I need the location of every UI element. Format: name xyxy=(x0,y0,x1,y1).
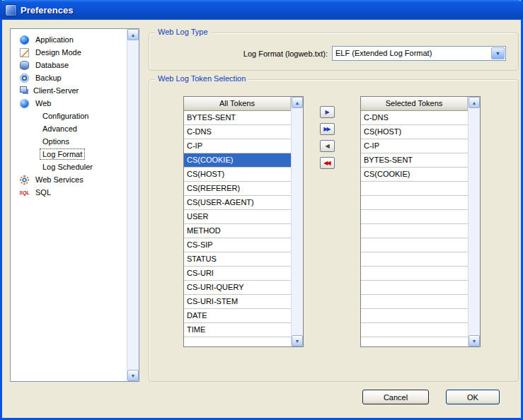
selected-tokens-scrollbar[interactable]: ▲ ▼ xyxy=(468,97,480,346)
list-item-user[interactable]: USER xyxy=(184,210,291,224)
list-item-empty[interactable] xyxy=(361,295,468,309)
tree-item-sql[interactable]: SQLSQL xyxy=(11,186,127,199)
tree-scroll-up-button[interactable]: ▲ xyxy=(127,29,139,40)
list-item-status[interactable]: STATUS xyxy=(184,252,291,267)
tree-item-label: Application xyxy=(33,35,76,45)
tree-item-label: Client-Server xyxy=(31,86,81,95)
tree-item-design-mode[interactable]: Design Mode xyxy=(11,46,127,59)
selected-tokens-rows: C-DNSCS(HOST)C-IPBYTES-SENTCS(COOKIE) xyxy=(361,111,468,346)
list-item-c-dns[interactable]: C-DNS xyxy=(184,125,291,139)
list-item-empty[interactable] xyxy=(361,267,468,281)
list-item-cs-uri-stem[interactable]: CS-URI-STEM xyxy=(184,295,291,309)
tree-item-configuration[interactable]: Configuration xyxy=(11,110,127,122)
log-format-dropdown[interactable]: ELF (Extended Log Format) ▼ xyxy=(332,46,506,61)
list-item-cs-host[interactable]: CS(HOST) xyxy=(361,125,468,139)
tree-item-options[interactable]: Options xyxy=(11,135,127,148)
all-tokens-list: All Tokens BYTES-SENTC-DNSC-IPCS(COOKIE)… xyxy=(183,96,304,347)
up-arrow-icon: ▲ xyxy=(472,100,477,105)
list-item-bytes-sent[interactable]: BYTES-SENT xyxy=(184,111,291,125)
tree-item-advanced[interactable]: Advanced xyxy=(11,122,127,135)
list-item-method[interactable]: METHOD xyxy=(184,224,291,238)
all-tokens-scroll-up-button[interactable]: ▲ xyxy=(292,97,303,108)
list-item-cs-referer[interactable]: CS(REFERER) xyxy=(184,182,291,196)
selected-tokens-scrollbar-track[interactable] xyxy=(469,108,480,335)
list-item-time[interactable]: TIME xyxy=(184,323,291,337)
tree-item-label: SQL xyxy=(33,187,53,197)
list-item-empty[interactable] xyxy=(361,309,468,323)
list-item-cs-uri[interactable]: CS-URI xyxy=(184,267,291,281)
all-tokens-scrollbar-track[interactable] xyxy=(292,108,303,335)
chevron-down-icon: ▼ xyxy=(495,51,500,56)
list-item-date[interactable]: DATE xyxy=(184,309,291,323)
list-item-cs-host[interactable]: CS(HOST) xyxy=(184,168,291,182)
tree-scrollbar-track[interactable] xyxy=(127,40,139,370)
list-item-bytes-sent[interactable]: BYTES-SENT xyxy=(361,153,468,168)
tree-item-label: Design Mode xyxy=(33,47,84,57)
list-item-empty[interactable] xyxy=(361,196,468,210)
web-services-icon xyxy=(20,175,29,185)
down-arrow-icon: ▼ xyxy=(472,339,477,344)
dialog-body: ApplicationDesign ModeDatabaseBackupClie… xyxy=(2,20,521,418)
list-item-cs-cookie[interactable]: CS(COOKIE) xyxy=(184,153,291,168)
selected-tokens-scroll-up-button[interactable]: ▲ xyxy=(469,97,480,108)
down-arrow-icon: ▼ xyxy=(295,339,300,344)
tree-item-label: Options xyxy=(40,136,71,146)
list-item-empty[interactable] xyxy=(361,224,468,238)
tree-item-label: Web Services xyxy=(33,175,86,185)
move-all-left-button[interactable]: ◀◀ xyxy=(320,157,335,169)
list-item-empty[interactable] xyxy=(361,210,468,224)
title-bar[interactable]: Preferences xyxy=(0,0,523,20)
tree-item-log-scheduler[interactable]: Log Scheduler xyxy=(11,161,127,173)
ok-button[interactable]: OK xyxy=(446,390,500,404)
tree-item-label: Database xyxy=(33,60,71,70)
list-item-empty[interactable] xyxy=(361,252,468,267)
list-item-empty[interactable] xyxy=(361,182,468,196)
down-arrow-icon: ▼ xyxy=(131,373,136,378)
tree-item-log-format[interactable]: Log Format xyxy=(11,148,127,161)
window-title: Preferences xyxy=(21,5,73,16)
cancel-button[interactable]: Cancel xyxy=(362,390,429,404)
tree-item-web[interactable]: Web xyxy=(11,97,127,110)
move-all-right-button[interactable]: ▶▶ xyxy=(320,123,335,135)
token-selection-group: Web Log Token Selection All Tokens BYTES… xyxy=(149,79,519,382)
web-log-type-group-label: Web Log Type xyxy=(155,28,211,36)
log-format-row: Log Format (logweb.txt): ELF (Extended L… xyxy=(243,46,506,61)
tree-item-application[interactable]: Application xyxy=(11,33,127,46)
list-item-cs-sip[interactable]: CS-SIP xyxy=(184,238,291,252)
list-item-empty[interactable] xyxy=(361,238,468,252)
list-item-c-dns[interactable]: C-DNS xyxy=(361,111,468,125)
list-item-c-ip[interactable]: C-IP xyxy=(184,139,291,153)
backup-icon xyxy=(20,74,29,83)
tree-item-label: Log Format xyxy=(40,149,84,159)
web-icon xyxy=(20,99,29,108)
tree-item-label: Web xyxy=(33,98,53,108)
all-tokens-rows: BYTES-SENTC-DNSC-IPCS(COOKIE)CS(HOST)CS(… xyxy=(184,111,291,346)
list-item-empty[interactable] xyxy=(361,323,468,337)
list-item-cs-uri-query[interactable]: CS-URI-QUERY xyxy=(184,281,291,295)
tree-item-label: Log Scheduler xyxy=(40,162,95,172)
tree-item-label: Configuration xyxy=(40,111,91,121)
tree-item-web-services[interactable]: Web Services xyxy=(11,173,127,186)
client-server-icon xyxy=(20,86,27,93)
list-item-cs-cookie[interactable]: CS(COOKIE) xyxy=(361,168,468,182)
move-right-button[interactable]: ▶ xyxy=(320,106,335,118)
tree-item-database[interactable]: Database xyxy=(11,59,127,71)
move-left-icon: ◀ xyxy=(325,144,329,149)
list-item-c-ip[interactable]: C-IP xyxy=(361,139,468,153)
all-tokens-scroll-down-button[interactable]: ▼ xyxy=(292,335,303,346)
list-item-cs-user-agent[interactable]: CS(USER-AGENT) xyxy=(184,196,291,210)
transfer-buttons: ▶▶▶◀◀◀ xyxy=(320,106,335,174)
tree-item-backup[interactable]: Backup xyxy=(11,71,127,84)
tree-item-client-server[interactable]: Client-Server xyxy=(11,84,127,97)
design-mode-icon xyxy=(20,48,29,57)
log-format-dropdown-button[interactable]: ▼ xyxy=(491,47,505,59)
tree-item-label: Advanced xyxy=(40,124,79,134)
move-left-button[interactable]: ◀ xyxy=(320,140,335,152)
selected-tokens-scroll-down-button[interactable]: ▼ xyxy=(469,335,480,346)
all-tokens-scrollbar[interactable]: ▲ ▼ xyxy=(291,97,303,346)
list-item-empty[interactable] xyxy=(361,281,468,295)
preferences-tree: ApplicationDesign ModeDatabaseBackupClie… xyxy=(11,29,127,381)
tree-item-label: Backup xyxy=(33,73,64,83)
tree-scrollbar[interactable]: ▲ ▼ xyxy=(127,29,139,381)
tree-scroll-down-button[interactable]: ▼ xyxy=(127,370,139,381)
